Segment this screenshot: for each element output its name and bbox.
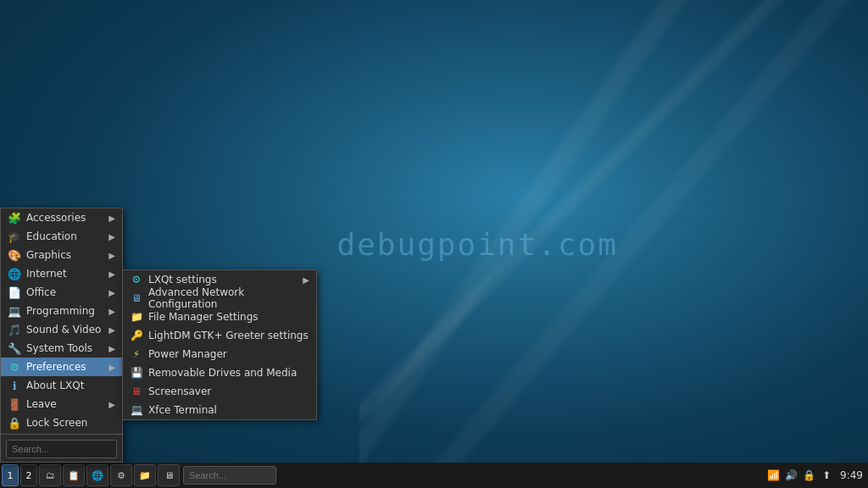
removable-drives-label: Removable Drives and Media	[148, 367, 297, 379]
menu-item-programming[interactable]: 💻 Programming ▶	[1, 302, 122, 320]
submenu-power-manager[interactable]: ⚡ Power Manager	[123, 345, 316, 363]
menu-search-input[interactable]	[6, 440, 117, 458]
menu-item-education[interactable]: 🎓 Education ▶	[1, 227, 122, 246]
lightdm-settings-icon: 🔑	[130, 329, 143, 342]
tray-security-icon[interactable]: 🔒	[801, 468, 816, 483]
taskmanager-icon: 📋	[68, 470, 80, 481]
workspace-1[interactable]: 1	[2, 464, 19, 486]
menu-item-leave[interactable]: 🚪 Leave ▶	[1, 395, 122, 413]
internet-arrow: ▶	[108, 269, 115, 279]
workspace-1-label: 1	[8, 470, 14, 481]
menu-item-lock-screen[interactable]: 🔒 Lock Screen	[1, 413, 122, 432]
internet-icon: 🌐	[8, 267, 21, 280]
sound-video-label: Sound & Video	[26, 324, 103, 336]
system-tools-label: System Tools	[26, 342, 103, 354]
accessories-label: Accessories	[26, 212, 103, 224]
graphics-label: Graphics	[26, 249, 103, 261]
menu-item-graphics[interactable]: 🎨 Graphics ▶	[1, 246, 122, 264]
about-lxqt-icon: ℹ	[8, 379, 21, 392]
sound-video-arrow: ▶	[108, 325, 115, 335]
system-tools-arrow: ▶	[108, 344, 115, 353]
lxqt-settings-label: LXQt settings	[148, 274, 217, 286]
programming-label: Programming	[26, 305, 103, 317]
internet-label: Internet	[26, 268, 103, 280]
preferences-icon: ⚙	[8, 360, 21, 374]
submenu-xfce-terminal[interactable]: 💻 Xfce Terminal	[123, 401, 316, 419]
leave-icon: 🚪	[8, 397, 21, 411]
menu-item-system-tools[interactable]: 🔧 System Tools ▶	[1, 339, 122, 358]
xfce-terminal-label: Xfce Terminal	[148, 404, 217, 416]
screensaver-icon: 🖥	[130, 385, 143, 398]
menu-item-sound-video[interactable]: 🎵 Sound & Video ▶	[1, 320, 122, 339]
taskbar-app-terminal[interactable]: 🖥	[158, 464, 180, 486]
file-manager-settings-label: File Manager Settings	[148, 311, 259, 323]
accessories-arrow: ▶	[108, 214, 115, 223]
taskbar-app-taskmanager[interactable]: 📋	[63, 464, 85, 486]
lock-screen-label: Lock Screen	[26, 417, 115, 429]
submenu-lxqt-settings[interactable]: ⚙ LXQt settings ▶	[123, 270, 316, 289]
education-icon: 🎓	[8, 230, 21, 243]
menu-item-accessories[interactable]: 🧩 Accessories ▶	[1, 208, 122, 227]
lock-screen-icon: 🔒	[8, 416, 21, 430]
power-manager-label: Power Manager	[148, 348, 227, 360]
taskbar-app-folder[interactable]: 📁	[134, 464, 156, 486]
advanced-network-icon: 🖥	[130, 291, 143, 305]
accessories-icon: 🧩	[8, 211, 21, 225]
submenu-file-manager-settings[interactable]: 📁 File Manager Settings	[123, 308, 316, 326]
menu-item-office[interactable]: 📄 Office ▶	[1, 283, 122, 302]
programming-arrow: ▶	[108, 307, 115, 316]
preferences-submenu: ⚙ LXQt settings ▶ 🖥 Advanced Network Con…	[122, 269, 317, 420]
taskbar-app-browser[interactable]: 🌐	[86, 464, 108, 486]
programming-icon: 💻	[8, 304, 21, 318]
about-lxqt-label: About LXQt	[26, 380, 115, 391]
removable-drives-icon: 💾	[130, 366, 143, 380]
filemanager-icon: 🗂	[46, 470, 55, 481]
submenu-screensaver[interactable]: 🖥 Screensaver	[123, 382, 316, 401]
office-arrow: ▶	[108, 288, 115, 297]
menu-item-internet[interactable]: 🌐 Internet ▶	[1, 264, 122, 283]
leave-label: Leave	[26, 398, 103, 410]
lightdm-settings-label: LightDM GTK+ Greeter settings	[148, 330, 309, 341]
sound-video-icon: 🎵	[8, 323, 21, 336]
submenu-lightdm-settings[interactable]: 🔑 LightDM GTK+ Greeter settings	[123, 326, 316, 345]
power-manager-icon: ⚡	[130, 347, 143, 361]
submenu-advanced-network[interactable]: 🖥 Advanced Network Configuration	[123, 289, 316, 308]
graphics-arrow: ▶	[108, 251, 115, 260]
menu-item-preferences[interactable]: ⚙ Preferences ▶	[1, 358, 122, 376]
tray-update-icon[interactable]: ⬆	[819, 468, 834, 483]
education-label: Education	[26, 230, 103, 242]
lxqt-settings-icon: ⚙	[130, 273, 143, 286]
xfce-terminal-icon: 💻	[130, 403, 143, 417]
menu-search-divider	[1, 434, 122, 435]
advanced-network-label: Advanced Network Configuration	[148, 286, 309, 310]
taskbar-search-input[interactable]	[183, 466, 276, 485]
screensaver-label: Screensaver	[148, 385, 211, 397]
workspace-2-label: 2	[26, 470, 32, 481]
graphics-icon: 🎨	[8, 248, 21, 262]
lxqt-settings-arrow: ▶	[303, 275, 309, 285]
taskbar-left: 1 2 🗂 📋 🌐 ⚙ 📁 🖥	[0, 464, 180, 486]
preferences-label: Preferences	[26, 361, 103, 373]
submenu-removable-drives[interactable]: 💾 Removable Drives and Media	[123, 363, 316, 382]
taskbar: 1 2 🗂 📋 🌐 ⚙ 📁 🖥 📶 🔊 🔒 ⬆ 9:49	[0, 463, 868, 488]
menu-item-about-lxqt[interactable]: ℹ About LXQt	[1, 376, 122, 395]
office-label: Office	[26, 286, 103, 298]
taskbar-app-settings[interactable]: ⚙	[110, 464, 132, 486]
taskbar-tray: 📶 🔊 🔒 ⬆ 9:49	[765, 468, 868, 483]
settings-icon: ⚙	[117, 470, 125, 481]
office-icon: 📄	[8, 286, 21, 299]
preferences-arrow: ▶	[108, 363, 115, 372]
taskbar-clock: 9:49	[837, 469, 863, 481]
folder-icon: 📁	[139, 470, 151, 481]
file-manager-settings-icon: 📁	[130, 310, 143, 324]
workspace-2[interactable]: 2	[20, 464, 37, 486]
system-tools-icon: 🔧	[8, 341, 21, 355]
tray-network-icon[interactable]: 📶	[765, 468, 781, 483]
main-menu: 🧩 Accessories ▶ 🎓 Education ▶ 🎨 Graphics…	[0, 208, 123, 463]
education-arrow: ▶	[108, 232, 115, 241]
tray-volume-icon[interactable]: 🔊	[783, 468, 798, 483]
browser-icon: 🌐	[92, 470, 103, 481]
leave-arrow: ▶	[108, 400, 115, 409]
taskbar-app-filemanager[interactable]: 🗂	[39, 464, 61, 486]
terminal-icon: 🖥	[164, 470, 174, 481]
